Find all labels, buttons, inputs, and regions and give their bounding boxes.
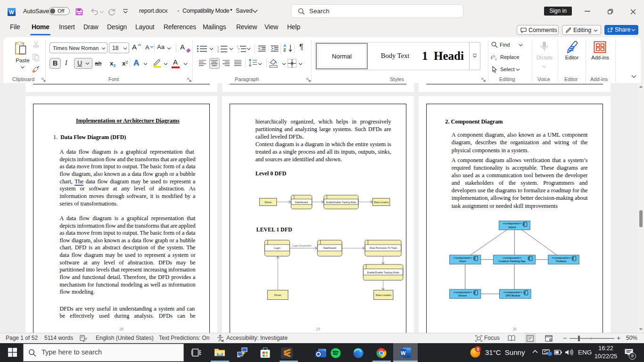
svg-text:3: 3 — [217, 50, 219, 53]
svg-text:<<component>>: <<component>> — [454, 291, 472, 294]
svg-text:Share Location: Share Location — [375, 294, 391, 296]
svg-text:GPS Module: GPS Module — [505, 294, 520, 297]
svg-text:Dashboard: Dashboard — [323, 247, 336, 249]
svg-text:Driver: Driver — [264, 201, 272, 204]
svg-text:Enable/Disable Tracking Mode: Enable/Disable Tracking Mode — [326, 201, 356, 204]
svg-text:Users: Users — [459, 260, 466, 263]
svg-text:Drivers: Drivers — [459, 294, 467, 297]
svg-text:Admin: Admin — [508, 226, 516, 229]
svg-text:Location Tracking App: Location Tracking App — [498, 260, 526, 263]
svg-text:Driver: Driver — [274, 294, 281, 296]
svg-text:Share Location: Share Location — [374, 201, 389, 204]
svg-text:Login Successful: Login Successful — [292, 244, 312, 247]
svg-text:W: W — [401, 350, 406, 356]
svg-text:i: i — [238, 50, 239, 53]
svg-text:Allow Permission To Track: Allow Permission To Track — [369, 247, 397, 249]
svg-text:3: 3 — [477, 347, 479, 352]
svg-text:<<component>>: <<component>> — [503, 222, 521, 225]
svg-text:c: c — [495, 57, 497, 61]
svg-text:<<component>>: <<component>> — [503, 256, 521, 259]
svg-text:Dashboard: Dashboard — [295, 201, 308, 204]
svg-text:W: W — [9, 9, 14, 15]
svg-text:<<component>>: <<component>> — [552, 256, 570, 259]
svg-text:a: a — [238, 47, 240, 50]
svg-text:<<component>>: <<component>> — [454, 256, 472, 259]
svg-text:<<component>>: <<component>> — [504, 291, 522, 294]
svg-text:Login: Login — [274, 247, 281, 249]
svg-text:Enable/Disable Tracking Mode: Enable/Disable Tracking Mode — [367, 271, 399, 274]
svg-text:Firebase: Firebase — [556, 260, 567, 263]
